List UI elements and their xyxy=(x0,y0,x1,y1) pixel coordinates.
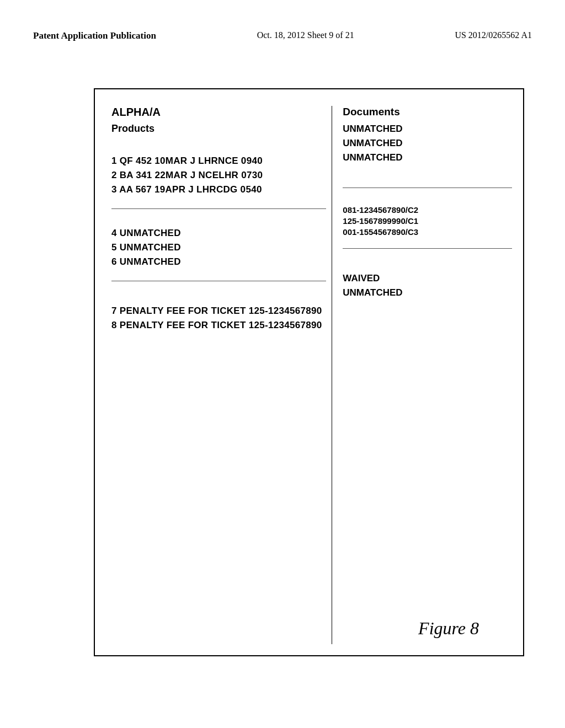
publication-label: Patent Application Publication xyxy=(33,30,156,41)
right-mid-row-2: 125-1567899990/C1 xyxy=(343,216,512,226)
left-mid-section: 4 UNMATCHED 5 UNMATCHED 6 UNMATCHED xyxy=(111,224,326,271)
right-top-row-1: UNMATCHED xyxy=(343,124,512,135)
figure-box: ALPHA/A Products 1 QF 452 10MAR J LHRNCE… xyxy=(94,88,524,656)
left-top-section: ALPHA/A Products xyxy=(111,106,326,141)
right-mid-row-3: 001-1554567890/C3 xyxy=(343,227,512,237)
products-label: Products xyxy=(111,123,326,135)
page-header: Patent Application Publication Oct. 18, … xyxy=(0,0,565,41)
documents-header: Documents xyxy=(343,106,512,118)
left-column: ALPHA/A Products 1 QF 452 10MAR J LHRNCE… xyxy=(111,106,332,644)
left-bottom-section: 7 PENALTY FEE FOR TICKET 125-1234567890 … xyxy=(111,302,326,334)
right-bottom-row-2: UNMATCHED xyxy=(343,287,512,298)
h-divider-1 xyxy=(111,208,326,209)
right-bottom-section: WAIVED UNMATCHED xyxy=(343,270,512,302)
right-top-section: Documents UNMATCHED UNMATCHED UNMATCHED xyxy=(343,106,512,167)
right-mid-section: 081-1234567890/C2 125-1567899990/C1 001-… xyxy=(343,204,512,238)
left-mid-row-2: 5 UNMATCHED xyxy=(111,242,326,253)
left-rows-group: 1 QF 452 10MAR J LHRNCE 0940 2 BA 341 22… xyxy=(111,152,326,199)
right-top-row-3: UNMATCHED xyxy=(343,152,512,163)
h-divider-2 xyxy=(111,281,326,281)
right-column: Documents UNMATCHED UNMATCHED UNMATCHED … xyxy=(332,106,512,644)
patent-number: US 2012/0265562 A1 xyxy=(455,30,532,40)
left-mid-row-3: 6 UNMATCHED xyxy=(111,256,326,267)
left-bottom-row-1: 7 PENALTY FEE FOR TICKET 125-1234567890 xyxy=(111,306,326,317)
figure-inner: ALPHA/A Products 1 QF 452 10MAR J LHRNCE… xyxy=(111,106,512,644)
figure-caption: Figure 8 xyxy=(418,618,479,639)
left-row-2: 2 BA 341 22MAR J NCELHR 0730 xyxy=(111,170,326,181)
right-h-divider-2 xyxy=(343,248,512,249)
left-bottom-row-2: 8 PENALTY FEE FOR TICKET 125-1234567890 xyxy=(111,320,326,331)
right-h-divider-1 xyxy=(343,188,512,188)
left-mid-row-1: 4 UNMATCHED xyxy=(111,228,326,239)
main-content: ALPHA/A Products 1 QF 452 10MAR J LHRNCE… xyxy=(66,88,532,684)
right-top-row-2: UNMATCHED xyxy=(343,138,512,149)
left-row-3: 3 AA 567 19APR J LHRCDG 0540 xyxy=(111,184,326,195)
vertical-divider xyxy=(332,106,332,644)
sheet-info: Oct. 18, 2012 Sheet 9 of 21 xyxy=(257,30,354,40)
alpha-title: ALPHA/A xyxy=(111,106,326,119)
right-mid-row-1: 081-1234567890/C2 xyxy=(343,205,512,215)
left-row-1: 1 QF 452 10MAR J LHRNCE 0940 xyxy=(111,156,326,167)
right-bottom-row-1: WAIVED xyxy=(343,273,512,284)
